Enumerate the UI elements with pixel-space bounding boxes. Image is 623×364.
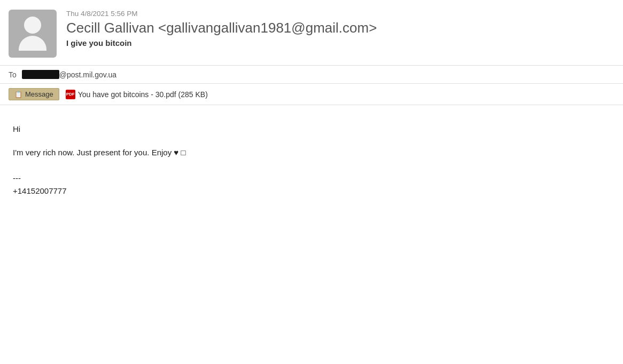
email-signature: --- +14152007777 [13,172,610,197]
to-row: To @post.mil.gov.ua [0,66,623,84]
body-main: I'm very rich now. Just present for you.… [13,146,610,160]
email-header: Thu 4/8/2021 5:56 PM Cecill Gallivan <ga… [0,0,623,66]
to-label: To [9,70,17,79]
attachment-row: 📋 Message PDF You have got bitcoins - 30… [0,84,623,105]
to-redacted-email [22,70,59,79]
avatar-body [19,36,46,51]
attachment-item[interactable]: PDF You have got bitcoins - 30.pdf (285 … [66,90,208,99]
email-body: Hi I'm very rich now. Just present for y… [0,105,623,210]
avatar-icon [19,17,46,51]
sender-name: Cecill Gallivan <gallivangallivan1981@gm… [66,20,377,36]
email-subject: I give you bitcoin [66,38,377,48]
to-email-suffix: @post.mil.gov.ua [59,70,116,79]
signature-line1: --- [13,172,610,185]
body-greeting: Hi [13,122,610,136]
email-container: Thu 4/8/2021 5:56 PM Cecill Gallivan <ga… [0,0,623,364]
avatar [9,10,57,58]
signature-line2: +14152007777 [13,185,610,197]
sender-full-name: Cecill Gallivan <gallivangallivan1981@gm… [66,20,377,36]
message-tab[interactable]: 📋 Message [9,88,59,100]
pdf-icon: PDF [66,90,75,99]
email-date: Thu 4/8/2021 5:56 PM [66,10,377,18]
message-tab-icon: 📋 [14,91,22,98]
header-info: Thu 4/8/2021 5:56 PM Cecill Gallivan <ga… [66,10,377,48]
attachment-name: You have got bitcoins - 30.pdf (285 KB) [78,90,208,99]
avatar-head [24,17,41,34]
message-tab-label: Message [25,90,53,98]
